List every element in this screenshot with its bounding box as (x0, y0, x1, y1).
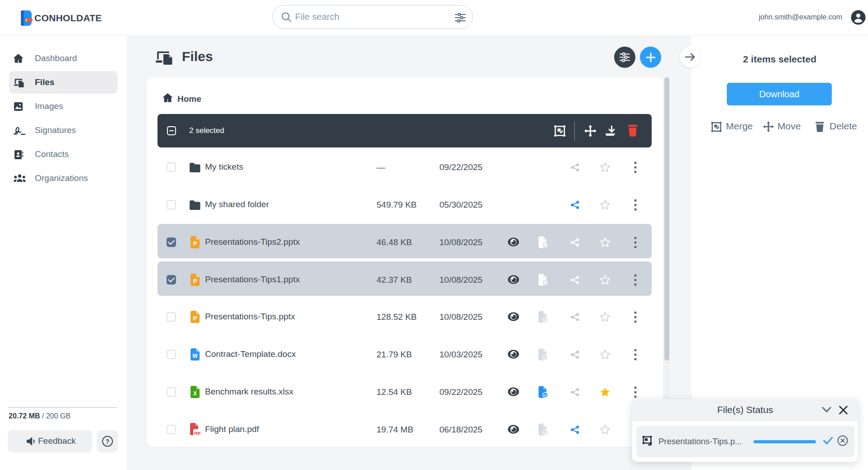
svg-text:PDF: PDF (194, 431, 201, 435)
svg-text:X: X (193, 390, 197, 397)
svg-text:W: W (192, 353, 198, 359)
svg-text:P: P (193, 315, 197, 322)
svg-text:P: P (193, 278, 197, 285)
svg-text:?: ? (105, 438, 110, 445)
svg-text:P: P (193, 240, 197, 247)
